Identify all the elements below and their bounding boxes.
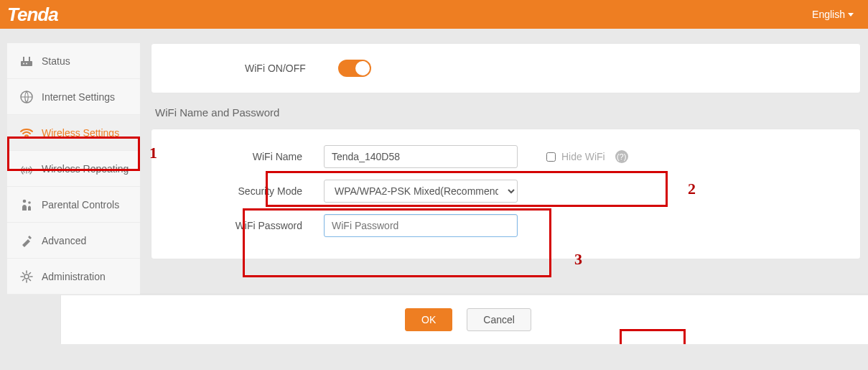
hide-wifi-label: Hide WiFi <box>561 151 605 162</box>
router-icon <box>19 53 34 69</box>
family-icon <box>19 197 34 213</box>
sidebar-item-label: Internet Settings <box>42 91 115 103</box>
svg-point-9 <box>24 274 29 279</box>
sidebar-item-label: Advanced <box>42 235 86 246</box>
svg-point-6 <box>26 136 28 138</box>
gear-icon <box>19 269 34 285</box>
sidebar-item-parental[interactable]: Parental Controls <box>7 187 140 223</box>
sidebar-item-label: Wireless Settings <box>42 127 119 139</box>
wifi-name-input[interactable] <box>324 145 518 168</box>
toggle-knob <box>355 61 370 75</box>
svg-rect-1 <box>23 57 24 61</box>
top-header: Tenda English <box>0 0 868 29</box>
wifi-settings-panel: WiFi Name Hide WiFi (?) Security Mode WP… <box>151 129 861 259</box>
security-mode-select[interactable]: WPA/WPA2-PSK Mixed(Recommend) <box>324 180 518 203</box>
tools-icon <box>19 233 34 249</box>
help-icon[interactable]: (?) <box>615 150 628 163</box>
footer-bar: OK Cancel <box>61 295 868 344</box>
wifi-icon <box>19 125 34 141</box>
sidebar-item-label: Status <box>42 55 70 67</box>
ok-button[interactable]: OK <box>405 308 452 331</box>
wifi-onoff-toggle[interactable] <box>338 60 371 77</box>
sidebar-item-label: Wireless Repeating <box>42 163 129 175</box>
svg-rect-2 <box>29 57 30 61</box>
sidebar-item-advanced[interactable]: Advanced <box>7 223 140 259</box>
sidebar-item-label: Administration <box>42 271 106 282</box>
wifi-onoff-panel: WiFi ON/OFF <box>151 43 861 93</box>
wifi-onoff-label: WiFi ON/OFF <box>245 63 338 74</box>
svg-point-8 <box>28 201 31 204</box>
hide-wifi-checkbox[interactable] <box>546 152 556 162</box>
sidebar-item-internet[interactable]: Internet Settings <box>7 79 140 115</box>
caret-down-icon <box>848 13 854 17</box>
sidebar-item-wireless[interactable]: Wireless Settings <box>7 115 140 151</box>
svg-point-7 <box>23 199 27 203</box>
section-title: WiFi Name and Password <box>155 106 861 119</box>
svg-point-4 <box>26 63 27 64</box>
security-mode-label: Security Mode <box>151 185 324 197</box>
globe-icon <box>19 89 34 105</box>
cancel-button[interactable]: Cancel <box>467 308 531 331</box>
sidebar-item-label: Parental Controls <box>42 199 119 211</box>
sidebar: Status Internet Settings Wireless Settin… <box>7 43 140 295</box>
svg-point-3 <box>23 63 24 64</box>
brand-logo: Tenda <box>7 4 58 26</box>
sidebar-item-status[interactable]: Status <box>7 43 140 79</box>
wifi-password-label: WiFi Password <box>151 220 324 231</box>
signal-icon <box>19 161 34 177</box>
language-label: English <box>812 9 845 20</box>
sidebar-item-administration[interactable]: Administration <box>7 259 140 295</box>
sidebar-item-repeating[interactable]: Wireless Repeating <box>7 151 140 187</box>
language-dropdown[interactable]: English <box>812 9 854 20</box>
wifi-password-input[interactable] <box>324 214 518 237</box>
hide-wifi-option[interactable]: Hide WiFi <box>546 151 605 162</box>
wifi-name-label: WiFi Name <box>151 151 324 162</box>
